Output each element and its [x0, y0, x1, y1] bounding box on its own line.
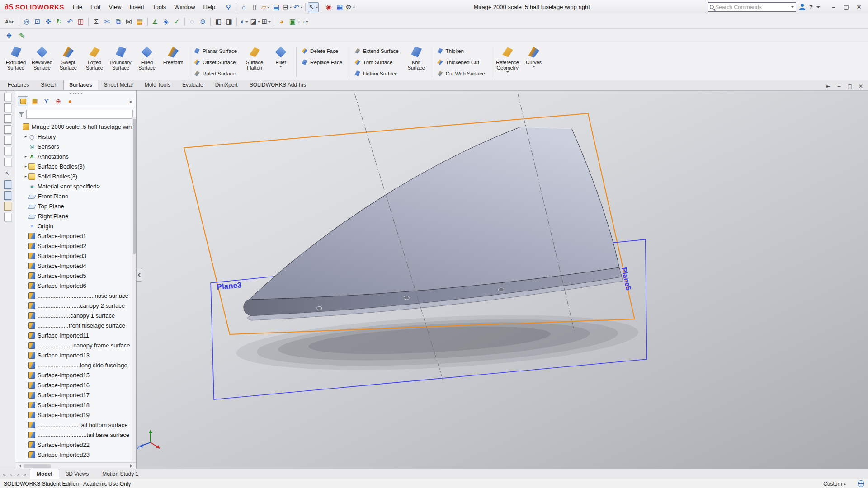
quick-snaps-icon[interactable]: ❖ [4, 31, 14, 41]
command-tab[interactable]: Mold Tools [139, 80, 176, 90]
document-tool-icon[interactable] [4, 93, 11, 101]
toolbar-separator[interactable] [236, 18, 237, 26]
menu-item[interactable]: Window [170, 1, 199, 13]
previous-view-icon[interactable]: ↶ [65, 17, 75, 27]
tree-item[interactable]: Surface-Imported15 [15, 370, 136, 380]
panel-chevron-icon[interactable]: » [128, 98, 134, 105]
tree-item[interactable]: Surface-Imported22 [15, 440, 136, 450]
ribbon-button[interactable]: ExtrudedSurface [3, 43, 29, 80]
zoom-to-fit-icon[interactable]: ◎ [21, 17, 32, 27]
tree-item[interactable]: ...................................nose … [15, 291, 136, 300]
restore-button[interactable]: ▢ [840, 2, 853, 12]
undo-icon[interactable]: ↶ [292, 2, 303, 12]
toolbar-separator[interactable] [274, 18, 274, 26]
command-tab[interactable]: SOLIDWORKS Add-Ins [244, 80, 312, 90]
ribbon-button[interactable]: RevolvedSurface [29, 43, 55, 80]
ribbon-button[interactable]: FilledSurface [134, 43, 160, 80]
minimize-button[interactable]: – [827, 2, 840, 12]
ribbon-button[interactable]: Extend Surface [352, 45, 403, 56]
dimxpertmanager-tab-icon[interactable]: ⊕ [53, 96, 64, 106]
ribbon-button[interactable]: Offset Surface [191, 56, 241, 68]
ribbon-button[interactable]: SurfaceFlatten [241, 43, 268, 80]
menu-item[interactable]: Help [199, 1, 220, 13]
scroll-right-icon[interactable] [130, 464, 134, 468]
document-tool-icon[interactable] [4, 103, 11, 112]
plane3-label[interactable]: Plane3 [217, 281, 242, 291]
units-selector[interactable]: Custom ▴ [823, 481, 846, 487]
tree-item[interactable]: .........................Tail bottom sur… [15, 420, 136, 430]
toolbar-separator[interactable] [305, 3, 306, 11]
tree-item[interactable]: Front Plane [15, 191, 136, 201]
display-style-icon[interactable]: ◪ [250, 17, 261, 27]
help-icon[interactable]: ? [808, 4, 814, 10]
tree-item[interactable]: ⌖ Origin [15, 221, 136, 231]
ribbon-button[interactable]: Freeform [160, 43, 186, 80]
mass-properties-icon[interactable]: ◈ [160, 17, 171, 27]
tree-horizontal-scrollbar[interactable] [15, 462, 136, 469]
last-tab-icon[interactable]: » [21, 472, 28, 477]
view-settings-icon[interactable]: ▭ [298, 17, 309, 27]
document-tool-icon[interactable] [4, 180, 11, 189]
toolbar-separator[interactable] [184, 18, 185, 26]
tree-item[interactable]: Surface-Imported16 [15, 380, 136, 390]
tree-item[interactable]: ▸ Solid Bodies(3) [15, 171, 136, 181]
doc-close-icon[interactable]: ✕ [855, 82, 866, 90]
split-view-icon[interactable]: ◨ [224, 17, 235, 27]
mirror-entities-icon[interactable]: ⋈ [123, 17, 134, 27]
tree-item[interactable]: ....................canopy 1 surface [15, 310, 136, 320]
appearance-icon[interactable]: ◕ [276, 17, 287, 27]
ribbon-button[interactable]: Replace Face [299, 56, 347, 68]
command-tab[interactable]: DimXpert [209, 80, 244, 90]
trim-entities-icon[interactable]: ✄ [102, 17, 113, 27]
search-dropdown-icon[interactable] [791, 6, 794, 9]
ribbon-button[interactable]: Thicken [434, 45, 490, 56]
model-canvas[interactable]: Plane3 Plane5 Z [137, 91, 868, 469]
tree-vertical-scrollbar[interactable] [132, 117, 136, 462]
doc-restore-icon[interactable]: ▢ [844, 82, 855, 90]
ribbon-button[interactable]: Fillet [268, 43, 294, 80]
scroll-thumb[interactable] [24, 464, 51, 468]
hide-show-items-icon[interactable]: ◐ [239, 17, 250, 27]
bottom-tab[interactable]: Model [30, 469, 59, 479]
tree-item[interactable]: Surface-Imported3 [15, 251, 136, 261]
offset-entities-icon[interactable]: ⧉ [113, 17, 123, 27]
clipboard-icon[interactable] [4, 202, 11, 211]
configurationmanager-tab-icon[interactable]: Ƴ [41, 96, 52, 106]
close-button[interactable]: ✕ [853, 2, 865, 12]
document-tool-icon[interactable] [4, 213, 11, 221]
menu-item[interactable]: Edit [86, 1, 104, 13]
ribbon-button[interactable]: Thickened Cut [434, 56, 490, 68]
pin-icon[interactable]: ⚲ [223, 2, 234, 12]
document-tool-icon[interactable] [4, 114, 11, 123]
help-dropdown-icon[interactable] [816, 6, 820, 10]
ribbon-button[interactable]: BoundarySurface [108, 43, 134, 80]
menu-item[interactable]: File [69, 1, 86, 13]
ribbon-button[interactable]: Trim Surface [352, 56, 403, 68]
document-tool-icon[interactable] [4, 191, 11, 200]
file-properties-icon[interactable]: ▦ [334, 2, 345, 12]
toolbar-separator[interactable] [321, 3, 321, 11]
tree-item[interactable]: Right Plane [15, 211, 136, 221]
pan-icon[interactable]: ✜ [43, 17, 54, 27]
select-tool-icon[interactable]: ↖ [3, 169, 13, 178]
document-tool-icon[interactable] [4, 158, 11, 166]
tree-item[interactable]: Surface-Imported23 [15, 450, 136, 460]
tree-item[interactable]: Surface-Imported4 [15, 261, 136, 271]
sketch-ink-icon[interactable]: ✎ [16, 31, 27, 41]
equations-icon[interactable]: Σ [91, 17, 102, 27]
doc-minimize-icon[interactable]: – [834, 82, 844, 90]
tree-item[interactable]: ..........................long side fuse… [15, 360, 136, 370]
viewports-icon[interactable]: ◧ [213, 17, 224, 27]
command-tab[interactable]: Evaluate [176, 80, 209, 90]
tree-item[interactable]: ≡ Material <not specified> [15, 181, 136, 191]
menu-item[interactable]: Tools [148, 1, 170, 13]
tree-item[interactable]: ......................canopy frame surfa… [15, 340, 136, 350]
search-zoom-icon[interactable]: ⊕ [198, 17, 208, 27]
scene-icon[interactable]: ▣ [287, 17, 298, 27]
next-tab-icon[interactable]: › [14, 472, 21, 477]
feature-filter-input[interactable] [26, 110, 133, 119]
tree-item[interactable]: Surface-Imported5 [15, 271, 136, 281]
displaymanager-tab-icon[interactable]: ● [65, 96, 75, 106]
smart-dimension-icon[interactable]: ∡ [150, 17, 160, 27]
expand-arrow-icon[interactable]: ▸ [23, 174, 28, 178]
